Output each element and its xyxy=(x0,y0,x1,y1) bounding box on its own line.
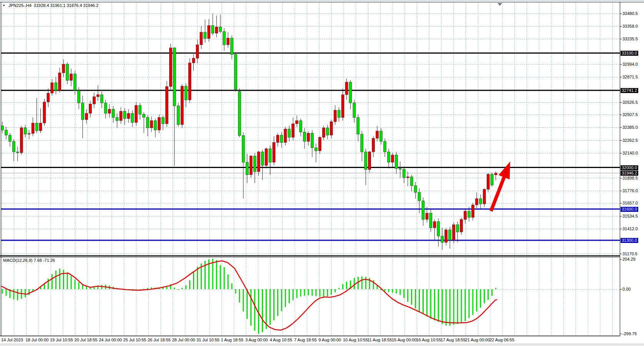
bear-candle xyxy=(74,74,77,90)
bear-candle xyxy=(116,118,118,121)
bear-candle xyxy=(349,82,352,103)
macd-histogram-bar xyxy=(250,289,251,326)
price-axis-separator xyxy=(620,2,620,336)
bear-candle xyxy=(410,177,413,186)
macd-histogram-bar xyxy=(403,289,404,298)
time-tick-label: 26 Jul 18:55 xyxy=(148,338,171,342)
macd-histogram-bar xyxy=(197,267,198,289)
macd-histogram-bar xyxy=(2,289,3,294)
bull-candle xyxy=(51,83,53,93)
gridlines xyxy=(1,2,620,336)
bull-candle xyxy=(483,189,486,204)
bull-candle xyxy=(334,110,336,122)
bull-candle xyxy=(47,93,50,102)
macd-histogram-bar xyxy=(143,289,145,289)
price-tick-label: 31776.0 xyxy=(622,188,638,193)
bear-candle xyxy=(300,121,302,132)
bear-candle xyxy=(55,83,57,90)
price-tick-label: 33480.5 xyxy=(622,11,638,16)
bear-candle xyxy=(280,135,283,143)
time-tick-label: 19 Jul 10:55 xyxy=(50,338,73,342)
macd-histogram-bar xyxy=(246,289,248,319)
bear-candle xyxy=(78,90,80,103)
macd-histogram-bar xyxy=(216,260,217,289)
macd-histogram-bar xyxy=(346,282,347,289)
macd-histogram-bar xyxy=(323,289,324,298)
price-tick-label: 32385.0 xyxy=(622,125,638,130)
trend-arrow-annotation[interactable] xyxy=(491,161,510,211)
price-line-label: 31600.0 xyxy=(621,207,638,212)
bull-candle xyxy=(169,48,172,86)
chart-shift-marker-icon[interactable] xyxy=(498,3,502,6)
bull-candle xyxy=(406,177,409,178)
axis-tick-mark xyxy=(620,77,622,77)
bear-candle xyxy=(429,213,432,228)
bull-candle xyxy=(158,118,160,130)
macd-histogram-bar xyxy=(472,289,473,315)
macd-histogram-bar xyxy=(59,269,60,289)
bear-candle xyxy=(456,225,459,232)
macd-histogram-bar xyxy=(319,289,320,297)
macd-histogram-bar xyxy=(71,276,72,289)
bear-candle xyxy=(185,86,187,100)
chevron-down-icon[interactable]: ▼ xyxy=(2,4,5,7)
bear-candle xyxy=(399,168,401,169)
bull-candle xyxy=(215,27,218,33)
bull-candle xyxy=(284,129,287,142)
macd-histogram-bar xyxy=(140,289,141,290)
bear-candle xyxy=(403,169,405,178)
time-tick-label: 20 Jul 18:55 xyxy=(75,338,98,342)
time-tick-label: 16 Aug 10:55 xyxy=(416,338,441,342)
macd-label: MACD(12,26,9) 7.68 -71.26 xyxy=(3,258,55,263)
macd-histogram-bar xyxy=(300,289,301,296)
macd-histogram-bar xyxy=(52,274,53,289)
bear-candle xyxy=(242,136,245,163)
bull-candle xyxy=(127,113,130,119)
price-tick-label: 33358.0 xyxy=(622,24,638,29)
bear-candle xyxy=(418,193,421,201)
macd-histogram-bar xyxy=(476,289,477,311)
candlestick-chart-canvas[interactable]: MACD(12,26,9) 7.68 -71.26 xyxy=(0,1,620,336)
macd-histogram-bar xyxy=(438,289,439,322)
bull-candle xyxy=(368,152,371,170)
macd-histogram-bar xyxy=(426,289,428,317)
bear-candle xyxy=(246,162,248,175)
bear-candle xyxy=(269,149,271,162)
macd-histogram-bar xyxy=(434,289,435,320)
bull-candle xyxy=(196,45,199,58)
bear-candle xyxy=(131,113,134,123)
bear-candle xyxy=(234,55,237,89)
bear-candle xyxy=(311,133,313,148)
bear-candle xyxy=(139,105,141,114)
price-tick-label: 31657.0 xyxy=(622,201,638,206)
bull-candle xyxy=(89,104,92,113)
macd-histogram-bar xyxy=(457,289,458,324)
macd-histogram-bar xyxy=(334,289,336,293)
macd-histogram-bar xyxy=(231,283,233,289)
macd-histogram-bar xyxy=(243,289,244,311)
axis-tick-mark xyxy=(620,203,622,203)
bull-candle xyxy=(208,25,210,38)
price-tick-label: 32626.5 xyxy=(622,100,638,105)
bear-candle xyxy=(380,131,383,141)
macd-histogram-bar xyxy=(392,289,393,293)
bear-candle xyxy=(361,134,363,152)
price-tick-label: 32140.0 xyxy=(622,151,638,156)
bull-candle xyxy=(322,128,325,137)
bear-candle xyxy=(35,123,38,131)
macd-indicator xyxy=(2,259,497,334)
time-tick-label: 15 Aug 00:00 xyxy=(392,338,417,342)
time-tick-label: 11 Aug 18:55 xyxy=(368,338,392,342)
axis-tick-mark xyxy=(620,102,622,103)
price-axis[interactable]: 33480.533358.033235.532994.032871.532626… xyxy=(620,1,644,336)
axis-tick-mark xyxy=(620,39,622,39)
bear-candle xyxy=(449,230,451,240)
axis-tick-mark xyxy=(620,229,622,229)
bull-candle xyxy=(471,205,474,217)
bull-candle xyxy=(20,128,23,153)
time-axis[interactable]: 14 Jul 202318 Jul 00:0019 Jul 10:5520 Ju… xyxy=(0,336,644,344)
macd-histogram-bar xyxy=(220,265,221,289)
bull-candle xyxy=(28,133,30,134)
bear-candle xyxy=(288,129,291,137)
price-tick-label: 32994.0 xyxy=(622,62,638,67)
